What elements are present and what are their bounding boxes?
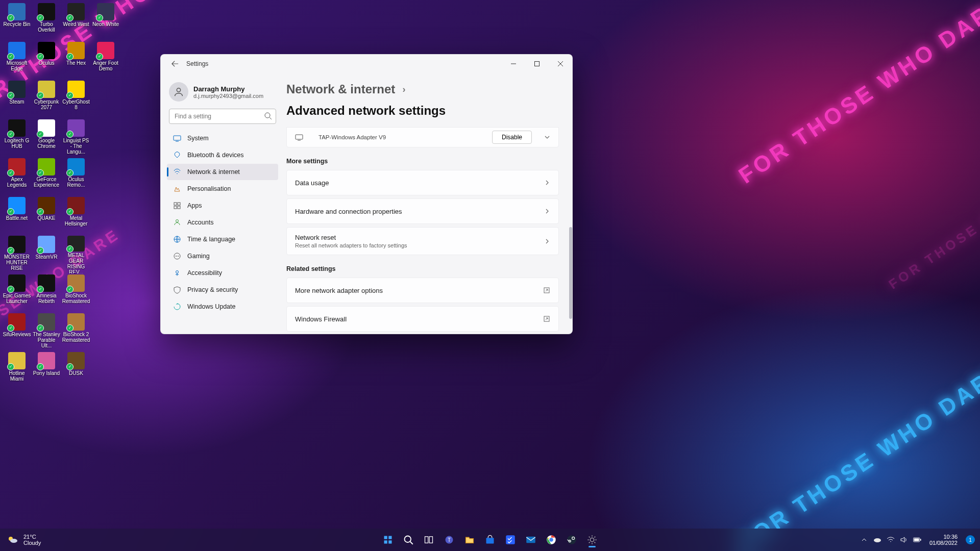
desktop-icon[interactable] [91,351,120,390]
app-icon [464,535,475,545]
desktop-icon[interactable]: DUSK [61,351,91,390]
sidebar-item-time-language[interactable]: Time & language [167,231,278,247]
desktop-icon[interactable]: Neon White [91,2,120,41]
start-button[interactable] [379,531,397,548]
settings-card[interactable]: More network adapter options [286,278,559,303]
desktop-icon[interactable]: GeForce Experience [32,157,61,196]
desktop-icon[interactable]: BioShock 2 Remastered [61,312,91,351]
taskview-button[interactable] [420,531,437,548]
minimize-button[interactable] [502,55,525,73]
taskbar-weather[interactable]: 21°C Cloudy [0,533,41,546]
desktop-icon[interactable]: Apex Legends [2,157,32,196]
chrome-button[interactable] [543,531,560,548]
desktop-icon[interactable] [91,157,120,196]
sidebar-item-apps[interactable]: Apps [167,197,278,214]
desktop-icon[interactable]: Anger Foot Demo [91,41,120,80]
desktop-icon[interactable]: Microsoft Edge [2,41,32,80]
app-icon [67,42,85,59]
desktop-icon[interactable]: Pony Island [32,351,61,390]
settings-taskbar-button[interactable] [583,531,601,548]
desktop-icon[interactable]: Steam [2,80,32,118]
icon-label: BioShock Remastered [62,293,90,304]
disable-button[interactable]: Disable [492,131,532,144]
volume-icon[interactable] [900,536,908,544]
svg-point-12 [178,256,179,257]
tray-chevron-icon[interactable] [860,536,868,544]
desktop-icon[interactable]: Logitech G HUB [2,118,32,157]
sidebar-item-windows-update[interactable]: Windows Update [167,298,278,315]
desktop-icon[interactable]: Turbo Overkill [32,2,61,41]
sidebar-item-personalisation[interactable]: Personalisation [167,181,278,197]
desktop-icon[interactable]: Metal Hellsinger [61,196,91,235]
desktop-icon[interactable]: Oculus Remo... [61,157,91,196]
sidebar-item-gaming[interactable]: Gaming [167,248,278,264]
desktop-icon[interactable]: Recycle Bin [2,2,32,41]
desktop-icon[interactable]: Epic Games Launcher [2,273,32,312]
desktop-icon[interactable]: Linguist PS - The Langu... [61,118,91,157]
battery-icon[interactable] [913,536,921,544]
desktop-icon[interactable] [91,273,120,312]
desktop-icon[interactable]: Weird West [61,2,91,41]
desktop-icon[interactable]: Oculus [32,41,61,80]
sidebar-item-accounts[interactable]: Accounts [167,214,278,231]
desktop-icon[interactable]: Battle.net [2,196,32,235]
sidebar-item-label: Windows Update [187,303,236,310]
svg-point-39 [590,538,594,542]
maximize-button[interactable] [525,55,549,73]
mail-button[interactable] [522,531,540,548]
desktop-icon[interactable]: CyberGhost 8 [61,80,91,118]
desktop-icon[interactable] [91,196,120,235]
desktop-icon[interactable]: Google Chrome [32,118,61,157]
notification-badge[interactable]: 1 [966,535,975,544]
search-button[interactable] [400,531,417,548]
settings-sidebar: Darragh Murphy d.j.murphy2493@gmail.com … [161,73,281,334]
sidebar-item-bluetooth-devices[interactable]: Bluetooth & devices [167,147,278,163]
desktop-icon[interactable]: METAL GEAR RISING REV... [61,235,91,273]
settings-card[interactable]: Data usage [286,170,559,195]
sidebar-item-privacy-security[interactable]: Privacy & security [167,282,278,298]
icon-label: Linguist PS - The Langu... [62,138,90,155]
explorer-button[interactable] [461,531,478,548]
close-button[interactable] [549,55,572,73]
system-tray[interactable] [860,536,921,544]
desktop-icon[interactable]: The Hex [61,41,91,80]
desktop-icon[interactable]: Amnesia Rebirth [32,273,61,312]
desktop-icon[interactable]: QUAKE [32,196,61,235]
breadcrumb-parent[interactable]: Network & internet [286,82,395,96]
back-button[interactable] [167,56,183,72]
chevron-right-icon [544,208,550,214]
desktop-icon[interactable]: Hotline Miami [2,351,32,390]
icon-label: MONSTER HUNTER RISE [3,254,31,271]
onedrive-icon[interactable] [873,536,881,544]
desktop-icon[interactable] [91,312,120,351]
desktop-icon[interactable]: Cyberpunk 2077 [32,80,61,118]
desktop-icon[interactable] [91,118,120,157]
sidebar-item-network-internet[interactable]: Network & internet [167,164,278,180]
desktop-icon[interactable]: SteamVR [32,235,61,273]
sidebar-item-system[interactable]: System [167,130,278,146]
taskbar-clock[interactable]: 10:36 01/08/2022 [927,534,960,546]
desktop-icon[interactable]: MONSTER HUNTER RISE [2,235,32,273]
search-input[interactable] [169,109,276,124]
settings-card[interactable]: Hardware and connection properties [286,198,559,224]
app-icon [8,119,26,137]
settings-search[interactable] [169,109,276,124]
desktop-icon[interactable]: SifuReviews [2,312,32,351]
desktop-icon[interactable] [91,80,120,118]
todoist-button[interactable] [502,531,519,548]
desktop-icon[interactable]: BioShock Remastered [61,273,91,312]
scrollbar[interactable] [569,166,572,329]
wifi-icon[interactable] [887,536,895,544]
sidebar-item-accessibility[interactable]: Accessibility [167,265,278,281]
settings-card[interactable]: Network resetReset all network adapters … [286,227,559,255]
steam-button[interactable] [563,531,580,548]
desktop-icon[interactable]: The Stanley Parable Ult... [32,312,61,351]
store-button[interactable] [481,531,499,548]
adapter-row[interactable]: TAP-Windows Adapter V9 Disable [286,127,559,147]
nav-icon [173,269,181,277]
settings-card[interactable]: Windows Firewall [286,306,559,332]
teams-button[interactable]: T [440,531,458,548]
app-icon [38,158,55,176]
user-account-row[interactable]: Darragh Murphy d.j.murphy2493@gmail.com [169,82,276,102]
desktop-icon[interactable] [91,235,120,273]
